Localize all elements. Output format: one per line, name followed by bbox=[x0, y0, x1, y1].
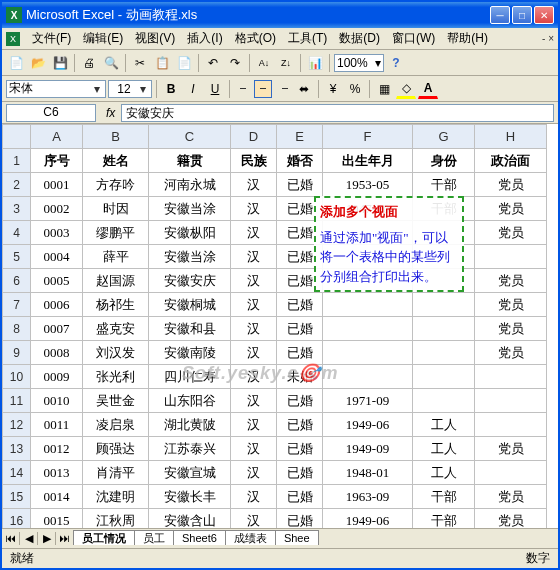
sheet-tab[interactable]: 员工情况 bbox=[73, 530, 135, 545]
data-cell[interactable]: 山东阳谷 bbox=[149, 389, 231, 413]
col-header-C[interactable]: C bbox=[149, 125, 231, 149]
data-cell[interactable]: 已婚 bbox=[277, 509, 323, 529]
data-cell[interactable]: 党员 bbox=[475, 173, 547, 197]
data-cell[interactable]: 江苏泰兴 bbox=[149, 437, 231, 461]
font-name-combo[interactable]: 宋体▾ bbox=[6, 80, 106, 98]
data-cell[interactable]: 安徽当涂 bbox=[149, 245, 231, 269]
data-cell[interactable] bbox=[413, 293, 475, 317]
select-all-cell[interactable] bbox=[3, 125, 31, 149]
data-cell[interactable]: 方存吟 bbox=[83, 173, 149, 197]
menu-item-6[interactable]: 数据(D) bbox=[333, 29, 386, 47]
data-cell[interactable]: 1949-06 bbox=[323, 413, 413, 437]
data-cell[interactable]: 党员 bbox=[475, 509, 547, 529]
data-cell[interactable]: 肖清平 bbox=[83, 461, 149, 485]
data-cell[interactable] bbox=[323, 293, 413, 317]
data-cell[interactable]: 工人 bbox=[413, 437, 475, 461]
data-cell[interactable]: 汉 bbox=[231, 389, 277, 413]
data-cell[interactable]: 党员 bbox=[475, 197, 547, 221]
data-cell[interactable]: 湖北黄陂 bbox=[149, 413, 231, 437]
sort-asc-icon[interactable]: A↓ bbox=[254, 53, 274, 73]
data-cell[interactable]: 0002 bbox=[31, 197, 83, 221]
data-cell[interactable]: 汉 bbox=[231, 245, 277, 269]
data-cell[interactable]: 1963-09 bbox=[323, 485, 413, 509]
data-cell[interactable]: 0004 bbox=[31, 245, 83, 269]
preview-icon[interactable]: 🔍 bbox=[101, 53, 121, 73]
data-cell[interactable]: 汉 bbox=[231, 173, 277, 197]
cut-icon[interactable]: ✂ bbox=[130, 53, 150, 73]
underline-icon[interactable]: U bbox=[205, 79, 225, 99]
data-cell[interactable]: 0005 bbox=[31, 269, 83, 293]
header-cell[interactable]: 出生年月 bbox=[323, 149, 413, 173]
data-cell[interactable] bbox=[413, 365, 475, 389]
data-cell[interactable]: 汉 bbox=[231, 413, 277, 437]
menu-item-1[interactable]: 编辑(E) bbox=[77, 29, 129, 47]
col-header-B[interactable]: B bbox=[83, 125, 149, 149]
data-cell[interactable]: 汉 bbox=[231, 269, 277, 293]
row-header[interactable]: 2 bbox=[3, 173, 31, 197]
data-cell[interactable]: 已婚 bbox=[277, 461, 323, 485]
menu-item-5[interactable]: 工具(T) bbox=[282, 29, 333, 47]
col-header-F[interactable]: F bbox=[323, 125, 413, 149]
sheet-tab[interactable]: Shee bbox=[275, 530, 319, 545]
data-cell[interactable]: 盛克安 bbox=[83, 317, 149, 341]
sheet-tab[interactable]: 员工 bbox=[134, 530, 174, 545]
data-cell[interactable]: 干部 bbox=[413, 485, 475, 509]
data-cell[interactable]: 0011 bbox=[31, 413, 83, 437]
close-button[interactable]: ✕ bbox=[534, 6, 554, 24]
menu-item-0[interactable]: 文件(F) bbox=[26, 29, 77, 47]
tab-last-icon[interactable]: ⏭ bbox=[56, 532, 74, 545]
data-cell[interactable]: 安徽含山 bbox=[149, 509, 231, 529]
row-header[interactable]: 1 bbox=[3, 149, 31, 173]
data-cell[interactable]: 党员 bbox=[475, 317, 547, 341]
row-header[interactable]: 13 bbox=[3, 437, 31, 461]
fill-color-icon[interactable]: ◇ bbox=[396, 79, 416, 99]
new-icon[interactable]: 📄 bbox=[6, 53, 26, 73]
data-cell[interactable] bbox=[475, 389, 547, 413]
italic-icon[interactable]: I bbox=[183, 79, 203, 99]
data-cell[interactable]: 已婚 bbox=[277, 341, 323, 365]
data-cell[interactable]: 汉 bbox=[231, 461, 277, 485]
menu-item-2[interactable]: 视图(V) bbox=[129, 29, 181, 47]
data-cell[interactable]: 已婚 bbox=[277, 173, 323, 197]
row-header[interactable]: 16 bbox=[3, 509, 31, 529]
data-cell[interactable] bbox=[475, 413, 547, 437]
data-cell[interactable]: 沈建明 bbox=[83, 485, 149, 509]
paste-icon[interactable]: 📄 bbox=[174, 53, 194, 73]
data-cell[interactable]: 1948-01 bbox=[323, 461, 413, 485]
sheet-tab[interactable]: 成绩表 bbox=[225, 530, 276, 545]
data-cell[interactable]: 赵国源 bbox=[83, 269, 149, 293]
row-header[interactable]: 11 bbox=[3, 389, 31, 413]
copy-icon[interactable]: 📋 bbox=[152, 53, 172, 73]
col-header-A[interactable]: A bbox=[31, 125, 83, 149]
data-cell[interactable]: 已婚 bbox=[277, 317, 323, 341]
worksheet-area[interactable]: ABCDEFGH1序号姓名籍贯民族婚否出生年月身份政治面20001方存吟河南永城… bbox=[2, 124, 558, 528]
chart-icon[interactable]: 📊 bbox=[305, 53, 325, 73]
data-cell[interactable]: 吴世金 bbox=[83, 389, 149, 413]
data-cell[interactable]: 党员 bbox=[475, 293, 547, 317]
row-header[interactable]: 15 bbox=[3, 485, 31, 509]
menu-item-8[interactable]: 帮助(H) bbox=[441, 29, 494, 47]
data-cell[interactable]: 汉 bbox=[231, 341, 277, 365]
undo-icon[interactable]: ↶ bbox=[203, 53, 223, 73]
maximize-button[interactable]: □ bbox=[512, 6, 532, 24]
percent-icon[interactable]: % bbox=[345, 79, 365, 99]
currency-icon[interactable]: ¥ bbox=[323, 79, 343, 99]
data-cell[interactable]: 1949-06 bbox=[323, 509, 413, 529]
align-center-icon[interactable] bbox=[254, 80, 272, 98]
tab-first-icon[interactable]: ⏮ bbox=[2, 532, 20, 545]
data-cell[interactable]: 已婚 bbox=[277, 293, 323, 317]
data-cell[interactable]: 汉 bbox=[231, 365, 277, 389]
data-cell[interactable] bbox=[413, 317, 475, 341]
col-header-D[interactable]: D bbox=[231, 125, 277, 149]
data-cell[interactable] bbox=[475, 245, 547, 269]
data-cell[interactable]: 张光利 bbox=[83, 365, 149, 389]
data-cell[interactable]: 党员 bbox=[475, 437, 547, 461]
data-cell[interactable]: 汉 bbox=[231, 221, 277, 245]
menu-item-3[interactable]: 插入(I) bbox=[181, 29, 228, 47]
data-cell[interactable]: 党员 bbox=[475, 269, 547, 293]
data-cell[interactable]: 河南永城 bbox=[149, 173, 231, 197]
data-cell[interactable]: 安徽宣城 bbox=[149, 461, 231, 485]
row-header[interactable]: 14 bbox=[3, 461, 31, 485]
formula-input[interactable]: 安徽安庆 bbox=[121, 104, 554, 122]
data-cell[interactable]: 已婚 bbox=[277, 485, 323, 509]
